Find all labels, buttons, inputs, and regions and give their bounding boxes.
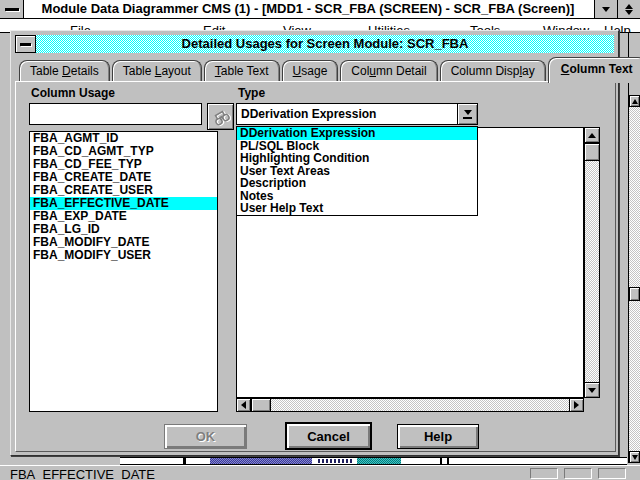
find-button[interactable] (207, 103, 234, 130)
system-menu-icon (20, 43, 31, 46)
scroll-right-button[interactable] (569, 398, 584, 412)
scroll-left-button[interactable] (236, 398, 251, 412)
list-item-fba-modify-user[interactable]: FBA_MODIFY_USER (30, 249, 217, 262)
type-dropdown-list[interactable]: DDerivation ExpressionPL/SQL BlockHighli… (236, 126, 478, 216)
down-arrow-icon (632, 455, 638, 460)
combobox-dropdown-button[interactable] (457, 104, 477, 124)
tab-strip: Table DetailsTable LayoutTable TextUsage… (19, 59, 640, 81)
dropdown-option-description[interactable]: Description (237, 177, 477, 190)
scroll-down-button[interactable] (584, 382, 600, 398)
tab-table-details[interactable]: Table Details (19, 60, 110, 81)
tab-panel: Column Usage FBA_AGMT (15, 81, 616, 452)
scrollbar-corner (584, 398, 600, 412)
tab-column-detail[interactable]: Column Detail (340, 60, 437, 81)
scroll-up-button[interactable] (584, 127, 600, 143)
dialog-system-menu-button[interactable] (15, 35, 36, 53)
dropdown-arrow-icon (464, 110, 472, 115)
up-arrow-icon (588, 133, 596, 138)
binoculars-icon (211, 108, 231, 126)
status-cell (598, 468, 626, 479)
tab-table-layout[interactable]: Table Layout (112, 60, 202, 81)
system-menu-icon (5, 8, 19, 11)
background-document-strip (0, 456, 640, 465)
help-button[interactable]: Help (397, 424, 479, 449)
tab-column-display[interactable]: Column Display (440, 60, 546, 81)
scrollbar-thumb[interactable] (629, 287, 640, 301)
status-cell (530, 468, 558, 479)
dropdown-option-highlighting-condition[interactable]: Highlighting Condition (237, 152, 477, 165)
tab-table-text[interactable]: Table Text (204, 60, 280, 81)
dialog-titlebar[interactable]: Detailed Usages for Screen Module: SCR_F… (15, 35, 614, 53)
tab-column-text[interactable]: Column Text (548, 57, 640, 83)
status-cell (564, 468, 592, 479)
screen: Module Data Diagrammer CMS (1) - [MDD1 -… (0, 0, 640, 480)
editor-horizontal-scrollbar[interactable] (236, 398, 584, 412)
scrollbar-thumb[interactable] (584, 143, 600, 161)
column-usage-listbox[interactable]: FBA_AGMT_IDFBA_CD_AGMT_TYPFBA_CD_FEE_TYP… (29, 131, 218, 412)
dropdown-option-user-help-text[interactable]: User Help Text (237, 202, 477, 215)
app-titlebar[interactable]: Module Data Diagrammer CMS (1) - [MDD1 -… (0, 0, 640, 19)
minimize-button[interactable] (594, 0, 617, 18)
dropdown-option-dderivation-expression[interactable]: DDerivation Expression (237, 127, 477, 140)
restore-icon (625, 4, 633, 9)
cancel-button[interactable]: Cancel (285, 422, 372, 450)
restore-button[interactable] (617, 0, 640, 18)
column-usage-search-input[interactable] (29, 103, 202, 125)
app-vertical-scrollbar[interactable] (628, 33, 640, 463)
type-combobox[interactable]: DDerivation Expression (236, 103, 478, 125)
scroll-down-button[interactable] (629, 451, 640, 463)
column-usage-label: Column Usage (31, 86, 115, 100)
type-label: Type (238, 86, 265, 100)
ok-button[interactable]: OK (164, 424, 247, 449)
status-bar: FBA_EFFECTIVE_DATE (0, 465, 640, 480)
down-arrow-icon (588, 388, 596, 393)
dialog-title: Detailed Usages for Screen Module: SCR_F… (36, 35, 614, 53)
editor-vertical-scrollbar[interactable] (584, 127, 600, 398)
status-text: FBA_EFFECTIVE_DATE (10, 467, 155, 480)
scrollbar-thumb[interactable] (251, 398, 271, 412)
right-arrow-icon (574, 401, 579, 409)
scroll-up-button[interactable] (629, 95, 640, 107)
tab-usage[interactable]: Usage (282, 60, 339, 81)
scrollbar-track[interactable] (629, 107, 640, 451)
app-title: Module Data Diagrammer CMS (1) - [MDD1 -… (26, 0, 590, 18)
up-arrow-icon (632, 99, 638, 104)
detailed-usages-dialog: Detailed Usages for Screen Module: SCR_F… (10, 30, 619, 456)
app-system-menu-button[interactable] (0, 0, 24, 18)
minimize-icon (602, 7, 610, 12)
left-arrow-icon (241, 401, 246, 409)
combobox-value: DDerivation Expression (241, 104, 376, 124)
